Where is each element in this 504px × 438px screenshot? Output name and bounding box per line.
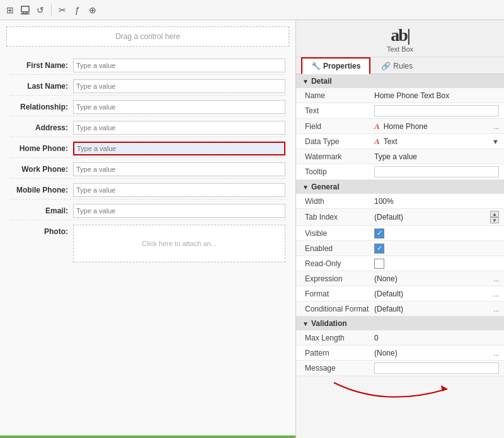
prop-value-readonly (374, 259, 499, 269)
tab-properties[interactable]: 🔧 Properties (301, 57, 370, 74)
control-header: ab| Text Box (296, 20, 504, 57)
form-row-mobilephone: Mobile Phone: (10, 181, 285, 199)
label-lastname: Last Name: (10, 82, 73, 91)
prop-value-tooltip (374, 166, 499, 177)
annotation-arrow-svg (296, 376, 498, 411)
spinner-down[interactable]: ▼ (490, 217, 499, 223)
prop-row-message: Message (296, 361, 504, 376)
label-address: Address: (10, 123, 73, 132)
textbox-icon: ab| (391, 26, 410, 44)
prop-label-readonly: Read-Only (305, 259, 374, 268)
prop-value-tabindex: (Default) ▲ ▼ (374, 211, 499, 223)
prop-label-watermark: Watermark (305, 152, 374, 161)
prop-label-field: Field (305, 122, 374, 131)
input-homephone[interactable] (73, 142, 285, 155)
prop-text-pattern: (None) (374, 349, 398, 357)
label-firstname: First Name: (10, 61, 73, 70)
drag-hint: Drag a control here (6, 26, 289, 47)
field-ellipsis-button[interactable]: ... (493, 123, 499, 130)
rules-icon: 🔗 (381, 62, 391, 70)
section-general-header[interactable]: ▼ General (296, 180, 504, 194)
prop-value-text (374, 105, 499, 116)
prop-row-width: Width 100% (296, 194, 504, 209)
section-general-label: General (311, 182, 340, 191)
prop-input-message[interactable] (374, 362, 499, 374)
expression-ellipsis-button[interactable]: ... (493, 275, 499, 283)
prop-value-visible: ✓ (374, 228, 499, 239)
toolbar-icon-5[interactable]: ƒ (71, 4, 84, 16)
prop-value-enabled: ✓ (374, 244, 499, 254)
prop-input-text[interactable] (374, 105, 499, 116)
prop-row-maxlength: Max Length 0 (296, 330, 504, 345)
section-validation-label: Validation (311, 319, 347, 328)
input-mobilephone[interactable] (73, 183, 285, 197)
form-row-photo: Photo: Click here to attach an... (10, 223, 285, 264)
prop-label-enabled: Enabled (305, 244, 374, 253)
prop-row-watermark: Watermark Type a value (296, 149, 504, 164)
prop-label-text: Text (305, 106, 374, 115)
arrow-annotation-area (296, 376, 504, 411)
form-row-email: Email: (10, 202, 285, 220)
toolbar-icon-6[interactable]: ⊕ (86, 4, 99, 16)
toolbar-separator-1 (51, 4, 52, 16)
prop-text-field: Home Phone (384, 122, 428, 131)
datatype-dropdown-icon[interactable]: ▼ (492, 138, 499, 145)
prop-row-expression: Expression (None) ... (296, 271, 504, 286)
pattern-ellipsis-button[interactable]: ... (493, 349, 499, 357)
detail-collapse-icon: ▼ (302, 78, 309, 85)
prop-row-enabled: Enabled ✓ (296, 241, 504, 256)
tab-rules[interactable]: 🔗 Rules (372, 57, 422, 74)
prop-label-width: Width (305, 197, 374, 206)
photo-upload-box[interactable]: Click here to attach an... (73, 225, 285, 262)
section-detail-label: Detail (311, 77, 332, 86)
prop-row-field: Field A Home Phone ... (296, 119, 504, 134)
green-status-bar (0, 435, 295, 438)
prop-value-datatype: A Text ▼ (374, 137, 499, 147)
label-relationship: Relationship: (10, 103, 73, 111)
toolbar-icon-2[interactable] (19, 4, 32, 16)
input-relationship[interactable] (73, 100, 285, 114)
prop-row-datatype: Data Type A Text ▼ (296, 134, 504, 149)
prop-text-expression: (None) (374, 274, 398, 283)
label-email: Email: (10, 206, 73, 215)
svg-rect-0 (21, 6, 29, 12)
prop-row-readonly: Read-Only (296, 256, 504, 271)
prop-row-visible: Visible ✓ (296, 226, 504, 241)
section-detail-header[interactable]: ▼ Detail (296, 74, 504, 88)
prop-row-tabindex: Tab Index (Default) ▲ ▼ (296, 209, 504, 226)
main-area: Drag a control here First Name: Last Nam… (0, 20, 504, 438)
prop-label-maxlength: Max Length (305, 334, 374, 342)
form-row-firstname: First Name: (10, 57, 285, 75)
prop-input-tooltip[interactable] (374, 166, 499, 177)
tab-bar: 🔧 Properties 🔗 Rules (296, 57, 504, 74)
prop-row-text: Text (296, 103, 504, 119)
input-email[interactable] (73, 204, 285, 218)
prop-value-pattern: (None) ... (374, 349, 499, 357)
input-address[interactable] (73, 121, 285, 135)
label-homephone: Home Phone: (10, 144, 73, 153)
input-lastname[interactable] (73, 79, 285, 93)
prop-row-format: Format (Default) ... (296, 286, 504, 301)
toolbar-icon-1[interactable]: ⊞ (4, 4, 16, 16)
checkbox-enabled[interactable]: ✓ (374, 244, 384, 254)
prop-row-conditional-format: Conditional Format (Default) ... (296, 301, 504, 317)
prop-value-expression: (None) ... (374, 274, 499, 283)
format-ellipsis-button[interactable]: ... (493, 290, 499, 298)
tabindex-spinner[interactable]: ▲ ▼ (490, 211, 499, 223)
prop-row-name: Name Home Phone Text Box (296, 88, 504, 103)
conditional-format-ellipsis-button[interactable]: ... (493, 305, 499, 313)
toolbar-icon-3[interactable]: ↺ (34, 4, 47, 16)
checkbox-readonly[interactable] (374, 259, 384, 269)
tab-rules-label: Rules (393, 62, 413, 70)
section-validation-header[interactable]: ▼ Validation (296, 317, 504, 330)
checkbox-visible[interactable]: ✓ (374, 228, 384, 239)
spinner-up[interactable]: ▲ (490, 211, 499, 217)
input-firstname[interactable] (73, 59, 285, 72)
prop-value-name: Home Phone Text Box (374, 91, 499, 100)
prop-label-visible: Visible (305, 229, 374, 238)
prop-label-pattern: Pattern (305, 349, 374, 357)
prop-text-maxlength: 0 (374, 334, 379, 342)
prop-text-datatype: Text (384, 137, 398, 146)
input-workphone[interactable] (73, 162, 285, 176)
toolbar-icon-4[interactable]: ✂ (56, 4, 69, 16)
